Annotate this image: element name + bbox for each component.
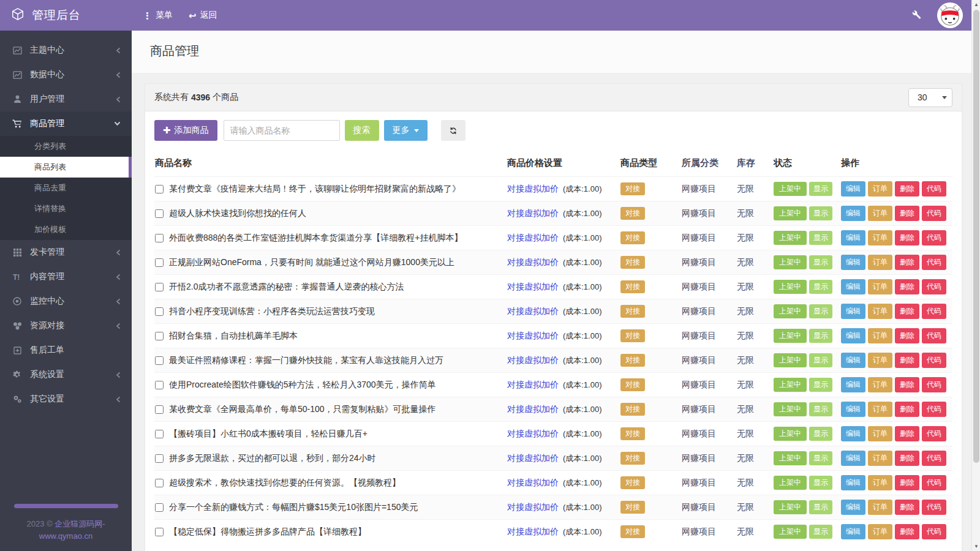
status-show-badge[interactable]: 显示	[809, 525, 832, 539]
orders-button[interactable]: 订单	[868, 500, 892, 514]
edit-button[interactable]: 编辑	[841, 402, 865, 416]
delete-button[interactable]: 删除	[895, 181, 919, 196]
code-button[interactable]: 代码	[922, 500, 946, 514]
code-button[interactable]: 代码	[922, 353, 946, 367]
code-button[interactable]: 代码	[922, 206, 946, 220]
status-on-badge[interactable]: 上架中	[774, 476, 807, 490]
price-link[interactable]: 对接虚拟加价	[507, 208, 559, 218]
row-checkbox[interactable]	[155, 283, 164, 291]
page-scrollbar[interactable]: ▲ ▼	[971, 0, 980, 551]
add-product-button[interactable]: ✚ 添加商品	[154, 120, 217, 141]
price-link[interactable]: 对接虚拟加价	[507, 233, 559, 242]
delete-button[interactable]: 删除	[895, 279, 919, 294]
code-button[interactable]: 代码	[922, 279, 946, 294]
sidebar-item-system-settings[interactable]: 系统设置	[0, 362, 132, 387]
code-button[interactable]: 代码	[922, 230, 946, 245]
status-show-badge[interactable]: 显示	[809, 280, 832, 294]
sidebar-item-product-management[interactable]: 商品管理	[0, 111, 132, 136]
edit-button[interactable]: 编辑	[841, 255, 865, 269]
status-show-badge[interactable]: 显示	[809, 182, 832, 196]
price-link[interactable]: 对接虚拟加价	[507, 380, 559, 389]
edit-button[interactable]: 编辑	[841, 279, 865, 294]
status-show-badge[interactable]: 显示	[809, 353, 832, 367]
price-link[interactable]: 对接虚拟加价	[507, 355, 559, 365]
code-button[interactable]: 代码	[922, 255, 946, 269]
delete-button[interactable]: 删除	[895, 402, 919, 416]
edit-button[interactable]: 编辑	[841, 524, 865, 539]
status-on-badge[interactable]: 上架中	[774, 304, 807, 318]
status-on-badge[interactable]: 上架中	[774, 451, 807, 465]
price-link[interactable]: 对接虚拟加价	[507, 527, 559, 536]
status-on-badge[interactable]: 上架中	[774, 329, 807, 343]
edit-button[interactable]: 编辑	[841, 206, 865, 220]
price-link[interactable]: 对接虚拟加价	[507, 306, 559, 316]
status-show-badge[interactable]: 显示	[809, 500, 832, 514]
delete-button[interactable]: 删除	[895, 328, 919, 343]
avatar[interactable]	[937, 2, 963, 28]
code-button[interactable]: 代码	[922, 304, 946, 318]
orders-button[interactable]: 订单	[868, 475, 892, 490]
orders-button[interactable]: 订单	[868, 377, 892, 392]
status-show-badge[interactable]: 显示	[809, 378, 832, 392]
submenu-item-product-list[interactable]: 商品列表	[0, 157, 132, 178]
sidebar-item-user-management[interactable]: 用户管理	[0, 87, 132, 111]
sidebar-item-theme-center[interactable]: 主题中心	[0, 38, 132, 62]
sidebar-item-card-management[interactable]: 发卡管理	[0, 240, 132, 264]
code-button[interactable]: 代码	[922, 377, 946, 392]
code-button[interactable]: 代码	[922, 475, 946, 490]
submenu-item-product-dedup[interactable]: 商品去重	[0, 178, 132, 198]
sidebar-item-monitor-center[interactable]: 监控中心	[0, 289, 132, 313]
status-on-badge[interactable]: 上架中	[774, 402, 807, 416]
code-button[interactable]: 代码	[922, 451, 946, 465]
scrollbar-thumb[interactable]	[973, 10, 979, 463]
row-checkbox[interactable]	[155, 332, 164, 340]
delete-button[interactable]: 删除	[895, 377, 919, 392]
row-checkbox[interactable]	[155, 185, 164, 193]
price-link[interactable]: 对接虚拟加价	[507, 502, 559, 512]
menu-toggle[interactable]: ⋮ 菜单	[143, 10, 173, 21]
edit-button[interactable]: 编辑	[841, 353, 865, 367]
sidebar-item-other-settings[interactable]: 其它设置	[0, 387, 132, 411]
row-checkbox[interactable]	[155, 454, 164, 463]
footer-site-link[interactable]: 企业猫源码网-	[55, 519, 105, 528]
code-button[interactable]: 代码	[922, 328, 946, 343]
orders-button[interactable]: 订单	[868, 426, 892, 441]
status-on-badge[interactable]: 上架中	[774, 427, 807, 441]
scroll-up-arrow[interactable]: ▲	[972, 0, 980, 9]
row-checkbox[interactable]	[155, 430, 164, 438]
orders-button[interactable]: 订单	[868, 451, 892, 465]
row-checkbox[interactable]	[155, 307, 164, 316]
submenu-item-category-list[interactable]: 分类列表	[0, 136, 132, 157]
edit-button[interactable]: 编辑	[841, 451, 865, 465]
status-show-badge[interactable]: 显示	[809, 304, 832, 318]
sidebar-item-after-sales-ticket[interactable]: 售后工单	[0, 338, 132, 362]
delete-button[interactable]: 删除	[895, 500, 919, 514]
status-show-badge[interactable]: 显示	[809, 329, 832, 343]
edit-button[interactable]: 编辑	[841, 500, 865, 514]
row-checkbox[interactable]	[155, 209, 164, 218]
search-button[interactable]: 搜索	[345, 120, 379, 141]
edit-button[interactable]: 编辑	[841, 181, 865, 196]
orders-button[interactable]: 订单	[868, 279, 892, 294]
price-link[interactable]: 对接虚拟加价	[507, 404, 559, 414]
status-on-badge[interactable]: 上架中	[774, 206, 807, 220]
price-link[interactable]: 对接虚拟加价	[507, 429, 559, 438]
delete-button[interactable]: 删除	[895, 304, 919, 318]
delete-button[interactable]: 删除	[895, 451, 919, 465]
delete-button[interactable]: 删除	[895, 206, 919, 220]
edit-button[interactable]: 编辑	[841, 426, 865, 441]
row-checkbox[interactable]	[155, 528, 164, 536]
orders-button[interactable]: 订单	[868, 304, 892, 318]
scroll-down-arrow[interactable]: ▼	[972, 542, 980, 551]
status-show-badge[interactable]: 显示	[809, 402, 832, 416]
price-link[interactable]: 对接虚拟加价	[507, 453, 559, 463]
orders-button[interactable]: 订单	[868, 255, 892, 269]
edit-button[interactable]: 编辑	[841, 230, 865, 245]
price-link[interactable]: 对接虚拟加价	[507, 257, 559, 267]
edit-button[interactable]: 编辑	[841, 377, 865, 392]
delete-button[interactable]: 删除	[895, 230, 919, 245]
delete-button[interactable]: 删除	[895, 475, 919, 490]
status-on-badge[interactable]: 上架中	[774, 500, 807, 514]
row-checkbox[interactable]	[155, 234, 164, 242]
price-link[interactable]: 对接虚拟加价	[507, 282, 559, 291]
